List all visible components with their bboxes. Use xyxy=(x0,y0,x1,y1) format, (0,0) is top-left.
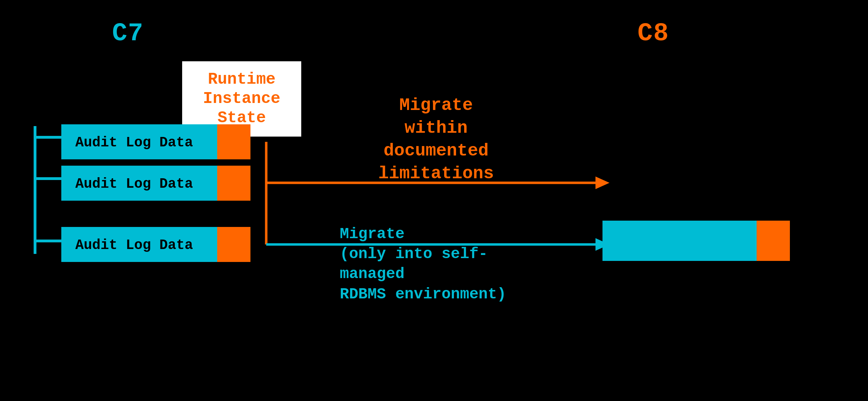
svg-marker-16 xyxy=(595,177,609,189)
svg-text:Audit Log Data: Audit Log Data xyxy=(75,176,193,192)
svg-text:Audit Log Data: Audit Log Data xyxy=(75,135,193,151)
diagram-svg: Audit Log Data Audit Log Data Audit Log … xyxy=(0,0,868,401)
svg-rect-5 xyxy=(217,124,250,159)
svg-rect-11 xyxy=(217,227,250,262)
svg-marker-19 xyxy=(595,238,609,251)
svg-rect-8 xyxy=(217,166,250,201)
svg-text:Audit Log Data: Audit Log Data xyxy=(75,237,193,253)
diagram-container: C7 C8 RuntimeInstanceState Migratewithin… xyxy=(0,0,868,401)
